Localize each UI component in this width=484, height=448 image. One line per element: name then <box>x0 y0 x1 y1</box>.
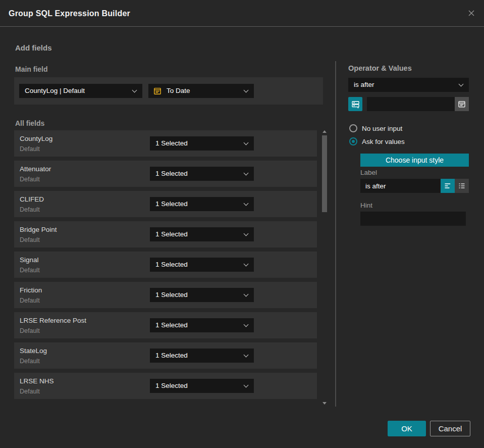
radio-icon <box>349 137 357 145</box>
field-values-dropdown[interactable]: 1 Selected <box>150 136 254 151</box>
radio-icon <box>349 124 357 132</box>
field-name: CLIFED <box>20 195 44 203</box>
chevron-down-icon <box>244 201 249 206</box>
field-name: LRSE Reference Post <box>20 317 86 324</box>
bulleted-list-icon <box>458 182 466 190</box>
title-bar: Group SQL Expression Builder <box>0 0 484 27</box>
chevron-down-icon <box>244 171 249 176</box>
panel-divider <box>335 61 336 407</box>
align-left-icon <box>444 182 452 190</box>
label-caption: Label <box>360 169 377 176</box>
radio-ask-for-values[interactable]: Ask for values <box>349 137 405 145</box>
field-values-dropdown[interactable]: 1 Selected <box>150 379 254 393</box>
chevron-down-icon <box>244 262 249 267</box>
field-row-attenuator: Attenuator Default 1 Selected <box>14 161 317 187</box>
main-field-label: Main field <box>15 65 48 73</box>
field-source: Default <box>20 388 40 395</box>
calendar-icon <box>458 100 466 108</box>
cancel-button[interactable]: Cancel <box>430 421 470 436</box>
field-row-lrse-reference-post: LRSE Reference Post Default 1 Selected <box>14 312 317 338</box>
operator-select[interactable]: is after <box>348 78 469 92</box>
choose-input-style-button[interactable]: Choose input style <box>360 154 469 167</box>
set-from-values-button[interactable] <box>348 97 362 111</box>
field-name: StateLog <box>20 347 47 355</box>
label-input[interactable] <box>360 179 441 193</box>
field-values-dropdown[interactable]: 1 Selected <box>150 167 254 181</box>
calendar-icon <box>153 87 162 95</box>
all-fields-list: CountyLog Default 1 Selected Attenuator … <box>14 130 317 403</box>
field-values-dropdown[interactable]: 1 Selected <box>150 258 254 272</box>
date-type-select[interactable]: To Date <box>148 84 254 98</box>
field-row-bridge-point: Bridge Point Default 1 Selected <box>14 221 317 247</box>
chevron-down-icon <box>459 82 464 87</box>
field-name: Friction <box>20 286 42 294</box>
field-name: Attenuator <box>20 165 51 173</box>
field-values-dropdown[interactable]: 1 Selected <box>150 288 254 302</box>
field-source: Default <box>20 176 40 183</box>
chevron-down-icon <box>244 292 249 297</box>
stacked-values-icon <box>351 100 360 109</box>
chevron-down-icon <box>132 88 137 93</box>
field-values-dropdown[interactable]: 1 Selected <box>150 349 254 363</box>
field-row-clifed: CLIFED Default 1 Selected <box>14 191 317 217</box>
scroll-down-icon[interactable] <box>322 402 327 405</box>
date-picker-button[interactable] <box>455 97 469 111</box>
list-style-button[interactable] <box>455 179 469 193</box>
field-row-friction: Friction Default 1 Selected <box>14 282 317 308</box>
chevron-down-icon <box>244 322 249 327</box>
hint-caption: Hint <box>360 202 372 209</box>
field-source: Default <box>20 267 40 274</box>
field-row-countylog: CountyLog Default 1 Selected <box>14 130 317 157</box>
main-field-select[interactable]: CountyLog | Default <box>19 84 142 98</box>
field-name: LRSE NHS <box>20 377 54 385</box>
group-sql-expression-builder-dialog: Group SQL Expression Builder Add fields … <box>0 0 484 448</box>
dialog-title: Group SQL Expression Builder <box>9 0 130 27</box>
date-type-select-value: To Date <box>167 84 190 98</box>
field-name: CountyLog <box>20 135 52 142</box>
chevron-down-icon <box>244 231 249 236</box>
main-field-box: CountyLog | Default To Date <box>14 77 323 105</box>
main-field-select-value: CountyLog | Default <box>25 84 85 98</box>
scrollbar-thumb[interactable] <box>322 135 327 212</box>
field-source: Default <box>20 206 40 213</box>
chevron-down-icon <box>244 383 249 388</box>
single-line-style-button[interactable] <box>441 179 455 193</box>
field-values-dropdown[interactable]: 1 Selected <box>150 197 254 211</box>
radio-no-user-input[interactable]: No user input <box>349 124 402 132</box>
add-fields-heading: Add fields <box>15 43 52 52</box>
scroll-up-icon[interactable] <box>322 130 327 133</box>
field-name: Bridge Point <box>20 226 57 233</box>
value-input[interactable] <box>367 97 455 111</box>
chevron-down-icon <box>244 353 249 358</box>
ok-button[interactable]: OK <box>388 421 426 436</box>
field-source: Default <box>20 358 40 365</box>
field-values-dropdown[interactable]: 1 Selected <box>150 227 254 241</box>
hint-input[interactable] <box>360 212 466 226</box>
close-button[interactable] <box>465 7 477 19</box>
field-source: Default <box>20 327 40 334</box>
field-source: Default <box>20 145 40 153</box>
field-source: Default <box>20 297 40 304</box>
field-source: Default <box>20 236 40 243</box>
operator-values-heading: Operator & Values <box>348 64 412 72</box>
all-fields-label: All fields <box>15 119 44 127</box>
field-values-dropdown[interactable]: 1 Selected <box>150 318 254 332</box>
field-row-statelog: StateLog Default 1 Selected <box>14 342 317 369</box>
field-name: Signal <box>20 256 39 264</box>
list-scrollbar[interactable] <box>321 129 328 406</box>
operator-select-value: is after <box>354 78 374 92</box>
field-row-lrse-nhs: LRSE NHS Default 1 Selected <box>14 373 317 399</box>
field-row-signal: Signal Default 1 Selected <box>14 252 317 278</box>
chevron-down-icon <box>244 88 249 93</box>
chevron-down-icon <box>244 140 249 145</box>
close-icon <box>467 9 475 17</box>
